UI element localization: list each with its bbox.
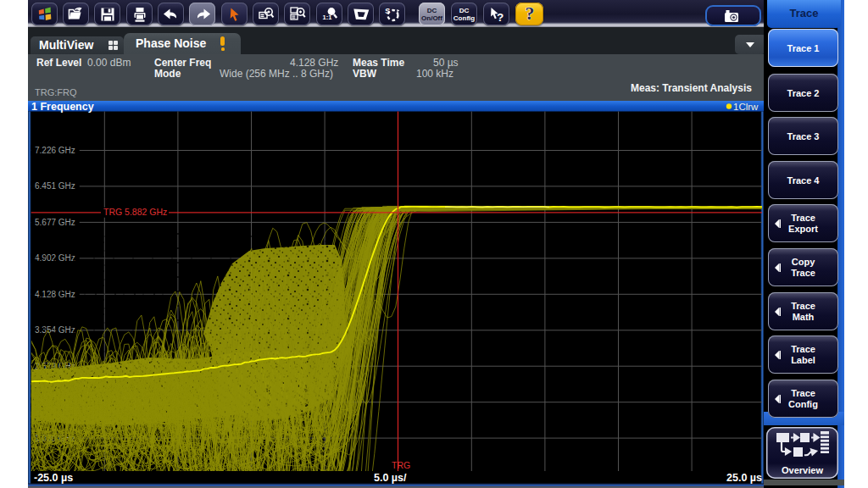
svg-text:7.226 GHz: 7.226 GHz [35,146,75,155]
svg-text:TRG: TRG [392,460,410,470]
svg-text:6.451 GHz: 6.451 GHz [35,181,75,191]
svg-text:5.677 GHz: 5.677 GHz [35,218,75,227]
svg-text:25.0 µs: 25.0 µs [726,472,762,484]
svg-text:?: ? [525,3,534,24]
svg-text:1 Frequency: 1 Frequency [31,101,94,113]
svg-text:5.0 µs/: 5.0 µs/ [374,472,407,484]
svg-text:TRG 5.882 GHz: TRG 5.882 GHz [103,207,167,217]
svg-text:1Clrw: 1Clrw [733,102,759,112]
svg-text:-25.0 µs: -25.0 µs [34,472,73,484]
svg-text:?: ? [497,10,504,23]
